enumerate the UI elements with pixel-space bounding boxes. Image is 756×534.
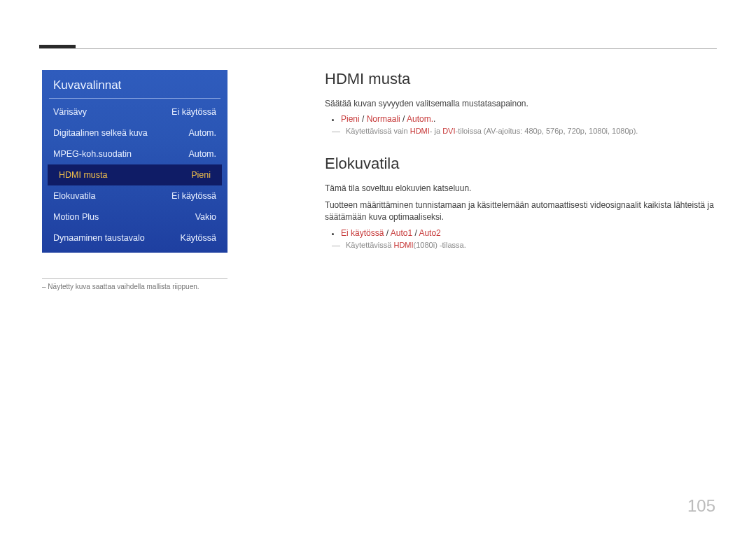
section-title-film: Elokuvatila xyxy=(325,155,717,173)
option-normaali: Normaali xyxy=(367,114,400,124)
menu-item-value: Autom. xyxy=(188,128,216,138)
right-column: HDMI musta Säätää kuvan syvyyden valitse… xyxy=(325,70,717,290)
film-desc-2: Tuotteen määrittäminen tunnistamaan ja k… xyxy=(325,199,717,224)
menu-item-label: Motion Plus xyxy=(53,212,99,222)
menu-item-dynamic-backlight[interactable]: Dynaaminen taustavalo Käytössä xyxy=(42,227,227,248)
note-pre: Käytettävissä vain xyxy=(346,127,410,135)
hdmi-note: Käytettävissä vain HDMI- ja DVI-tiloissa… xyxy=(346,127,638,135)
menu-item-value: Vakio xyxy=(195,212,216,222)
menu-footnote: – Näytetty kuva saattaa vaihdella mallis… xyxy=(42,283,238,290)
menu-items: Värisävy Ei käytössä Digitaalinen selkeä… xyxy=(42,100,227,248)
section-desc-hdmi: Säätää kuvan syvyyden valitsemalla musta… xyxy=(325,98,717,110)
option-autom: Autom. xyxy=(407,114,433,124)
menu-item-mpeg-filter[interactable]: MPEG-koh.suodatin Autom. xyxy=(42,143,227,164)
page-content: Kuvavalinnat Värisävy Ei käytössä Digita… xyxy=(42,70,717,290)
menu-item-value: Ei käytössä xyxy=(172,107,216,117)
film-options-row: Ei käytössä / Auto1 / Auto2 xyxy=(332,228,717,238)
option-sep: / xyxy=(384,228,390,238)
menu-item-motion-plus[interactable]: Motion Plus Vakio xyxy=(42,206,227,227)
menu-item-value: Käytössä xyxy=(181,233,216,243)
option-sep: / xyxy=(400,114,407,124)
osd-menu-panel: Kuvavalinnat Värisävy Ei käytössä Digita… xyxy=(42,70,227,253)
note-pre: Käytettävissä xyxy=(346,241,393,249)
bullet-icon xyxy=(332,119,334,121)
page-number: 105 xyxy=(687,496,715,516)
option-sep: / xyxy=(360,114,367,124)
menu-item-value: Pieni xyxy=(191,170,211,180)
menu-item-color-tone[interactable]: Värisävy Ei käytössä xyxy=(42,101,227,122)
menu-item-value: Ei käytössä xyxy=(172,191,216,201)
section-title-hdmi: HDMI musta xyxy=(325,70,717,88)
option-auto1: Auto1 xyxy=(391,228,412,238)
note-post: -tiloissa (AV-ajoitus: 480p, 576p, 720p,… xyxy=(456,127,638,135)
note-dash-icon: ― xyxy=(332,127,340,136)
footnote-divider xyxy=(42,278,227,279)
left-column: Kuvavalinnat Värisävy Ei käytössä Digita… xyxy=(42,70,238,290)
footnote-dash: – xyxy=(42,283,46,290)
menu-divider xyxy=(49,98,220,99)
menu-item-film-mode[interactable]: Elokuvatila Ei käytössä xyxy=(42,185,227,206)
film-desc-1: Tämä tila soveltuu elokuvien katseluun. xyxy=(325,183,717,195)
top-horizontal-rule xyxy=(39,48,717,49)
note-hl-dvi: DVI xyxy=(442,127,455,135)
note-hl-hdmi: HDMI xyxy=(410,127,430,135)
menu-item-value: Autom. xyxy=(188,149,216,159)
hdmi-note-row: ― Käytettävissä vain HDMI- ja DVI-tilois… xyxy=(332,127,717,136)
note-mid: - ja xyxy=(430,127,442,135)
menu-item-label: Värisävy xyxy=(53,107,87,117)
note-dash-icon: ― xyxy=(332,241,340,251)
menu-item-label: HDMI musta xyxy=(59,170,107,180)
hdmi-options: Pieni / Normaali / Autom.. xyxy=(341,114,435,124)
option-auto2: Auto2 xyxy=(419,228,440,238)
footnote-text: Näytetty kuva saattaa vaihdella mallista… xyxy=(48,283,199,290)
film-note-row: ― Käytettävissä HDMI(1080i) -tilassa. xyxy=(332,241,717,251)
menu-item-label: Elokuvatila xyxy=(53,191,95,201)
menu-item-digital-clean[interactable]: Digitaalinen selkeä kuva Autom. xyxy=(42,122,227,143)
menu-item-label: Digitaalinen selkeä kuva xyxy=(53,128,148,138)
option-ei-kaytossa: Ei käytössä xyxy=(341,228,384,238)
option-sep: / xyxy=(412,228,419,238)
film-note: Käytettävissä HDMI(1080i) -tilassa. xyxy=(346,241,466,249)
menu-title: Kuvavalinnat xyxy=(42,70,227,98)
menu-item-label: MPEG-koh.suodatin xyxy=(53,149,132,159)
note-hl-hdmi: HDMI xyxy=(393,241,413,249)
film-options: Ei käytössä / Auto1 / Auto2 xyxy=(341,228,441,238)
bullet-icon xyxy=(332,233,334,235)
option-pieni: Pieni xyxy=(341,114,360,124)
note-post: (1080i) -tilassa. xyxy=(414,241,466,249)
hdmi-options-row: Pieni / Normaali / Autom.. xyxy=(332,114,717,124)
menu-item-hdmi-black[interactable]: HDMI musta Pieni xyxy=(48,164,222,185)
menu-item-label: Dynaaminen taustavalo xyxy=(53,233,145,243)
